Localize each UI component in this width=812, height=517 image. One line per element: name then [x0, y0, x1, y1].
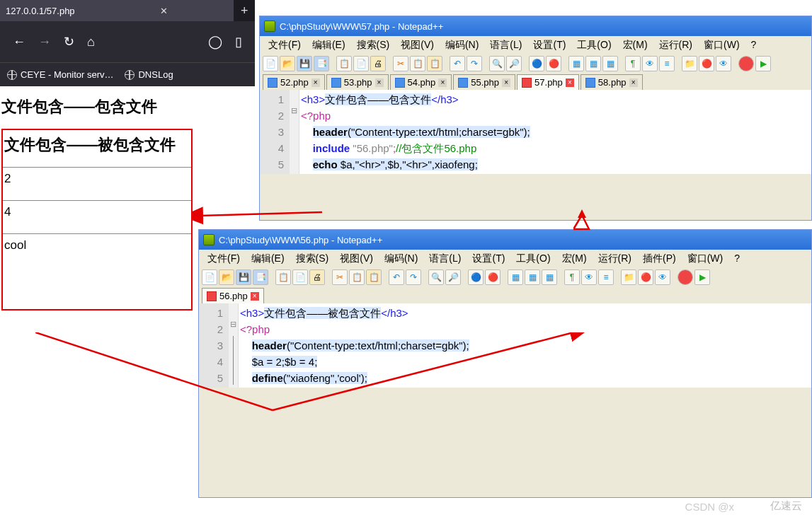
menu-item[interactable]: 工具(O): [512, 251, 554, 267]
menu-item[interactable]: 语言(L): [425, 251, 465, 267]
toolbar-button[interactable]: 📄: [202, 269, 217, 285]
menu-item[interactable]: 视图(V): [336, 251, 377, 267]
toolbar-button[interactable]: ↶: [450, 56, 465, 71]
toolbar-button[interactable]: ¶: [625, 56, 641, 71]
menu-item[interactable]: 插件(P): [639, 251, 680, 267]
menu-item[interactable]: 工具(O): [573, 37, 615, 53]
code-area[interactable]: <h3>文件包含——被包含文件</h3> <?php header("Conte…: [239, 303, 811, 388]
menu-item[interactable]: 窗口(W): [699, 37, 744, 53]
doc-tab[interactable]: 56.php×: [202, 288, 264, 303]
toolbar-button[interactable]: 📋: [275, 269, 291, 285]
toolbar-button[interactable]: 📁: [682, 56, 697, 71]
toolbar-button[interactable]: 👁: [581, 269, 597, 285]
toolbar-button[interactable]: 📋: [336, 56, 352, 71]
toolbar-button[interactable]: 📋: [410, 56, 425, 71]
toolbar-button[interactable]: 👁: [642, 56, 658, 71]
toolbar-button[interactable]: ▶: [755, 56, 771, 71]
home-icon[interactable]: ⌂: [87, 35, 95, 50]
toolbar-button[interactable]: 🖨: [309, 269, 325, 285]
code-area[interactable]: <h3>文件包含——包含文件</h3> <?php header("Conten…: [299, 90, 811, 174]
toolbar-button[interactable]: ▦: [525, 269, 540, 285]
toolbar-button[interactable]: [677, 269, 693, 285]
toolbar-button[interactable]: [738, 56, 754, 71]
browser-tab[interactable]: 127.0.0.1/57.php ✕: [0, 0, 234, 21]
toolbar-button[interactable]: 📄: [263, 56, 278, 71]
doc-tab[interactable]: 54.php×: [390, 74, 452, 90]
doc-tab[interactable]: 55.php×: [453, 74, 515, 90]
toolbar-button[interactable]: 🔍: [428, 269, 444, 285]
menu-item[interactable]: ?: [747, 37, 761, 53]
toolbar-button[interactable]: 🔵: [529, 56, 544, 71]
toolbar-button[interactable]: ✂: [393, 56, 408, 71]
window-titlebar[interactable]: C:\phpStudy\WWW\56.php - Notepad++: [199, 230, 811, 250]
toolbar-button[interactable]: ✂: [332, 269, 348, 285]
reload-icon[interactable]: ↻: [64, 34, 74, 50]
menu-item[interactable]: 运行(R): [655, 37, 697, 53]
menu-item[interactable]: 视图(V): [396, 37, 438, 53]
doc-tab[interactable]: 52.php×: [263, 74, 325, 90]
toolbar-button[interactable]: 🔴: [638, 269, 653, 285]
toolbar-button[interactable]: ▦: [568, 56, 584, 71]
toolbar-button[interactable]: 📋: [366, 269, 382, 285]
toolbar-button[interactable]: 📋: [427, 56, 442, 71]
toolbar-button[interactable]: 📋: [349, 269, 365, 285]
close-tab-icon[interactable]: ✕: [160, 6, 168, 16]
shield-icon[interactable]: ◯: [208, 34, 222, 50]
bookmark-item[interactable]: CEYE - Monitor serv…: [7, 69, 113, 80]
forward-icon[interactable]: →: [38, 35, 51, 50]
toolbar-button[interactable]: 🔴: [699, 56, 714, 71]
toolbar-button[interactable]: ▦: [602, 56, 618, 71]
toolbar-button[interactable]: ▦: [508, 269, 523, 285]
toolbar-button[interactable]: 📁: [621, 269, 636, 285]
toolbar-button[interactable]: 🔴: [485, 269, 501, 285]
menu-item[interactable]: 窗口(W): [683, 251, 728, 267]
toolbar-button[interactable]: 💾: [236, 269, 251, 285]
toolbar-button[interactable]: 📄: [353, 56, 369, 71]
toolbar-button[interactable]: 💾: [297, 56, 312, 71]
toolbar-button[interactable]: ≡: [659, 56, 675, 71]
toolbar-button[interactable]: 🔎: [445, 269, 461, 285]
window-titlebar[interactable]: C:\phpStudy\WWW\57.php - Notepad++: [260, 16, 811, 36]
menu-item[interactable]: 设置(T): [468, 251, 509, 267]
toolbar-button[interactable]: ▶: [694, 269, 710, 285]
toolbar-button[interactable]: 📂: [219, 269, 234, 285]
menu-item[interactable]: 宏(M): [619, 37, 652, 53]
menu-item[interactable]: 编辑(E): [308, 37, 350, 53]
toolbar-button[interactable]: 📄: [292, 269, 308, 285]
toolbar-button[interactable]: ≡: [598, 269, 614, 285]
menu-item[interactable]: 搜索(S): [292, 251, 333, 267]
toolbar-button[interactable]: 🔎: [506, 56, 522, 71]
code-editor[interactable]: 12345 ⊟ <h3>文件包含——被包含文件</h3> <?php heade…: [199, 303, 811, 388]
menu-item[interactable]: 编码(N): [441, 37, 483, 53]
menu-item[interactable]: 编码(N): [380, 251, 422, 267]
doc-tab[interactable]: 57.php×: [517, 74, 579, 90]
toolbar-button[interactable]: 📑: [314, 56, 329, 71]
toolbar-button[interactable]: 🔍: [489, 56, 505, 71]
toolbar-button[interactable]: ▦: [585, 56, 601, 71]
toolbar-button[interactable]: ↷: [406, 269, 421, 285]
toolbar-button[interactable]: ↶: [389, 269, 404, 285]
toolbar-button[interactable]: 📑: [253, 269, 268, 285]
new-tab-icon[interactable]: +: [241, 4, 248, 18]
toolbar-button[interactable]: 🖨: [370, 56, 386, 71]
menu-item[interactable]: 文件(F): [264, 37, 305, 53]
toolbar-button[interactable]: ¶: [564, 269, 580, 285]
menu-item[interactable]: 文件(F): [203, 251, 244, 267]
back-icon[interactable]: ←: [13, 35, 25, 50]
menu-item[interactable]: ?: [730, 251, 744, 267]
menu-item[interactable]: 运行(R): [594, 251, 636, 267]
toolbar-button[interactable]: ▦: [542, 269, 557, 285]
toolbar-button[interactable]: 👁: [716, 56, 731, 71]
doc-tab[interactable]: 53.php×: [326, 74, 389, 90]
menu-item[interactable]: 搜索(S): [353, 37, 394, 53]
toolbar-button[interactable]: 🔴: [546, 56, 561, 71]
doc-tab[interactable]: 58.php×: [581, 74, 643, 90]
menu-item[interactable]: 语言(L): [486, 37, 526, 53]
toolbar-button[interactable]: 📂: [280, 56, 295, 71]
toolbar-button[interactable]: 👁: [655, 269, 670, 285]
bookmark-item[interactable]: DNSLog: [125, 69, 173, 80]
toolbar-button[interactable]: ↷: [467, 56, 482, 71]
toolbar-button[interactable]: 🔵: [468, 269, 484, 285]
menu-item[interactable]: 设置(T): [529, 37, 570, 53]
code-editor[interactable]: 12345 ⊟ <h3>文件包含——包含文件</h3> <?php header…: [260, 90, 811, 174]
